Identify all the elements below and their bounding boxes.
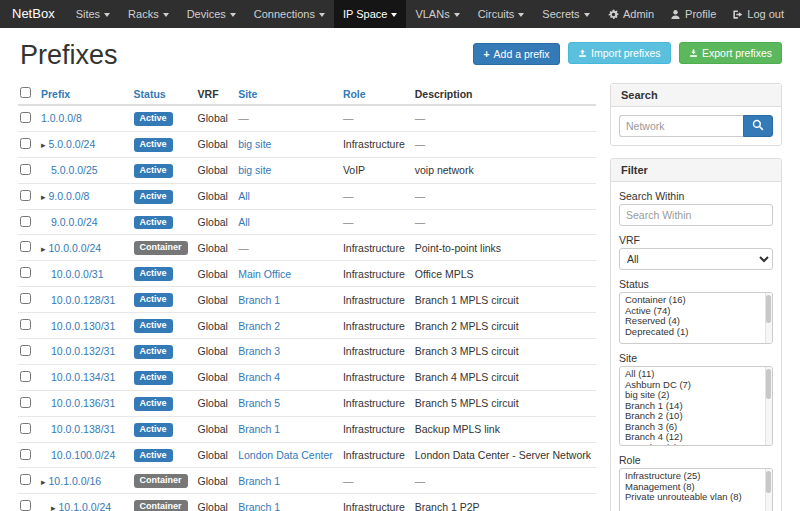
row-checkbox[interactable]: [20, 371, 31, 382]
search-within-input[interactable]: [619, 204, 773, 226]
scrollbar[interactable]: [765, 469, 772, 511]
vrf-select[interactable]: All: [619, 248, 773, 270]
row-checkbox[interactable]: [20, 190, 31, 201]
description-cell: voip network: [410, 157, 596, 183]
nav-item-circuits[interactable]: Circuits: [469, 0, 534, 28]
column-header-prefix[interactable]: Prefix: [36, 83, 129, 105]
site-link[interactable]: big site: [238, 138, 271, 150]
listbox-option[interactable]: Branch 2 (10): [620, 411, 772, 422]
listbox-option[interactable]: Branch 1 (14): [620, 401, 772, 412]
listbox-option[interactable]: Ashburn DC (7): [620, 380, 772, 391]
site-link[interactable]: All: [238, 216, 250, 228]
prefix-link[interactable]: 10.0.100.0/24: [51, 449, 115, 461]
site-link[interactable]: All: [238, 190, 250, 202]
row-checkbox[interactable]: [20, 216, 31, 227]
role-listbox[interactable]: Infrastructure (25)Management (8)Private…: [619, 468, 773, 511]
row-checkbox[interactable]: [20, 423, 31, 434]
column-header-site[interactable]: Site: [233, 83, 338, 105]
prefix-cell: 10.0.100.0/24: [36, 442, 129, 468]
prefix-table: PrefixStatusVRFSiteRoleDescription 1.0.0…: [18, 83, 596, 511]
site-link[interactable]: Branch 1: [238, 475, 280, 487]
select-all-checkbox[interactable]: [20, 87, 31, 98]
prefix-link[interactable]: 5.0.0.0/25: [51, 164, 98, 176]
nav-item-ip-space[interactable]: IP Space: [334, 0, 406, 28]
prefix-link[interactable]: 1.0.0.0/8: [41, 112, 82, 124]
row-checkbox[interactable]: [20, 293, 31, 304]
prefix-link[interactable]: 9.0.0.0/24: [51, 216, 98, 228]
nav-item-profile[interactable]: Profile: [662, 0, 724, 28]
export-prefixes-button[interactable]: Export prefixes: [679, 42, 782, 64]
site-link[interactable]: Branch 3: [238, 345, 280, 357]
scrollbar-thumb[interactable]: [766, 369, 771, 399]
status-listbox[interactable]: Container (16)Active (74)Reserved (4)Dep…: [619, 292, 773, 344]
prefix-link[interactable]: 10.1.0.0/16: [49, 475, 102, 487]
row-checkbox[interactable]: [20, 267, 31, 278]
site-link[interactable]: Branch 5: [238, 397, 280, 409]
listbox-option[interactable]: All (11): [620, 369, 772, 380]
prefix-link[interactable]: 10.1.0.0/24: [59, 501, 112, 511]
site-link[interactable]: London Data Center: [238, 449, 333, 461]
prefix-link[interactable]: 10.0.0.138/31: [51, 423, 115, 435]
listbox-option[interactable]: Active (74): [620, 306, 772, 317]
site-link[interactable]: Branch 4: [238, 371, 280, 383]
import-prefixes-button[interactable]: Import prefixes: [568, 42, 670, 64]
add-prefix-label: Add a prefix: [494, 48, 550, 60]
nav-item-racks[interactable]: Racks: [119, 0, 178, 28]
site-link[interactable]: Branch 1: [238, 294, 280, 306]
nav-item-devices[interactable]: Devices: [178, 0, 245, 28]
search-input[interactable]: [619, 115, 743, 137]
prefix-link[interactable]: 5.0.0.0/24: [49, 138, 96, 150]
column-header-role[interactable]: Role: [338, 83, 410, 105]
site-link[interactable]: Branch 1: [238, 423, 280, 435]
site-link[interactable]: big site: [238, 164, 271, 176]
scrollbar[interactable]: [765, 367, 772, 445]
site-listbox[interactable]: All (11)Ashburn DC (7)big site (2)Branch…: [619, 366, 773, 446]
listbox-option[interactable]: Management (8): [620, 482, 772, 493]
row-checkbox[interactable]: [20, 241, 31, 252]
row-checkbox[interactable]: [20, 164, 31, 175]
row-checkbox[interactable]: [20, 449, 31, 460]
listbox-option[interactable]: Container (16): [620, 295, 772, 306]
nav-item-log-out[interactable]: Log out: [724, 0, 792, 28]
site-link[interactable]: Branch 2: [238, 320, 280, 332]
prefix-link[interactable]: 10.0.0.136/31: [51, 397, 115, 409]
row-checkbox[interactable]: [20, 319, 31, 330]
status-cell: Active: [129, 442, 193, 468]
listbox-option[interactable]: Private unrouteable vlan (8): [620, 492, 772, 503]
add-prefix-button[interactable]: + Add a prefix: [473, 43, 559, 65]
nav-item-connections[interactable]: Connections: [245, 0, 334, 28]
prefix-link[interactable]: 10.0.0.0/31: [51, 268, 104, 280]
listbox-option[interactable]: Branch 4 (12): [620, 432, 772, 443]
column-header-status[interactable]: Status: [129, 83, 193, 105]
prefix-link[interactable]: 9.0.0.0/8: [49, 190, 90, 202]
listbox-option[interactable]: big site (2): [620, 390, 772, 401]
brand[interactable]: NetBox: [0, 0, 67, 28]
row-checkbox[interactable]: [20, 138, 31, 149]
row-checkbox[interactable]: [20, 112, 31, 123]
row-checkbox[interactable]: [20, 345, 31, 356]
hierarchy-arrow-icon: ▸: [51, 503, 56, 511]
nav-item-sites[interactable]: Sites: [67, 0, 119, 28]
row-checkbox[interactable]: [20, 397, 31, 408]
nav-item-secrets[interactable]: Secrets: [533, 0, 598, 28]
scrollbar-thumb[interactable]: [766, 471, 771, 493]
scrollbar[interactable]: [765, 293, 772, 343]
site-link[interactable]: Main Office: [238, 268, 291, 280]
listbox-option[interactable]: Deprecated (1): [620, 327, 772, 338]
row-checkbox[interactable]: [20, 474, 31, 485]
listbox-option[interactable]: Branch 5 (7): [620, 443, 772, 447]
prefix-link[interactable]: 10.0.0.132/31: [51, 345, 115, 357]
listbox-option[interactable]: Branch 3 (6): [620, 422, 772, 433]
listbox-option[interactable]: Reserved (4): [620, 316, 772, 327]
prefix-link[interactable]: 10.0.0.0/24: [49, 242, 102, 254]
row-checkbox[interactable]: [20, 500, 31, 511]
prefix-link[interactable]: 10.0.0.128/31: [51, 294, 115, 306]
scrollbar-thumb[interactable]: [766, 295, 771, 323]
search-button[interactable]: [743, 115, 773, 137]
nav-item-admin[interactable]: Admin: [600, 0, 662, 28]
site-link[interactable]: Branch 1: [238, 501, 280, 511]
prefix-link[interactable]: 10.0.0.130/31: [51, 320, 115, 332]
listbox-option[interactable]: Infrastructure (25): [620, 471, 772, 482]
prefix-link[interactable]: 10.0.0.134/31: [51, 371, 115, 383]
nav-item-vlans[interactable]: VLANs: [406, 0, 468, 28]
